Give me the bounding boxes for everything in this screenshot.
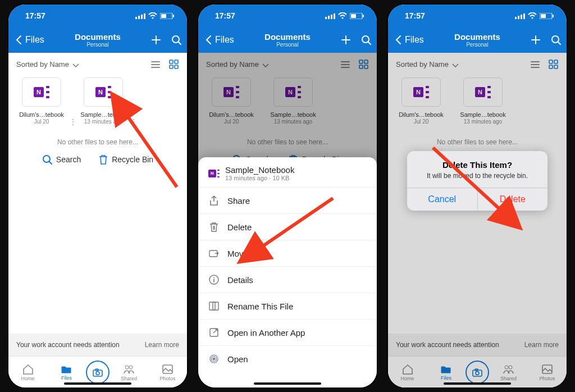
status-icons	[135, 12, 175, 19]
list-view-button[interactable]	[150, 59, 161, 70]
alert-message: It will be moved to the recycle bin.	[415, 172, 540, 180]
tab-camera[interactable]	[86, 361, 109, 384]
share-icon	[208, 195, 220, 206]
recycle-action[interactable]: Recycle Bin	[98, 154, 153, 165]
delete-alert: Delete This Item? It will be moved to th…	[407, 151, 547, 211]
delete-button[interactable]: Delete	[478, 188, 548, 211]
file-more-button[interactable]: ⋮	[69, 117, 77, 126]
sheet-open-other[interactable]: Open in Another App	[198, 319, 377, 345]
file-item[interactable]: N Dilum's…tebook Jul 20	[16, 78, 67, 125]
back-button[interactable]: Files	[14, 34, 44, 45]
search-button[interactable]	[551, 35, 561, 45]
trash-icon	[98, 154, 108, 165]
file-item[interactable]: N Sample…tebook 13 minutes ago	[78, 78, 129, 125]
action-sheet: N Sample_Notebook 13 minutes ago · 10 KB…	[198, 157, 377, 388]
onenote-icon: N	[95, 84, 111, 100]
status-bar: 17:57	[8, 4, 187, 27]
onenote-icon: N	[34, 84, 49, 100]
move-icon	[208, 248, 220, 259]
search-button[interactable]	[361, 35, 371, 45]
screen-1-files-grid: 17:57 Files Documents Personal Sorted by…	[8, 4, 187, 388]
sort-button[interactable]: Sorted by Name	[396, 60, 459, 69]
tab-photos[interactable]: Photos	[528, 363, 567, 381]
screen-3-delete-alert: 17:57 Files DocumentsPersonal Sorted by …	[388, 4, 567, 388]
sheet-delete[interactable]: Delete	[198, 213, 377, 240]
list-view-button[interactable]	[530, 59, 540, 70]
sheet-rename[interactable]: Rename This File	[198, 293, 377, 319]
tab-shared[interactable]: Shared	[489, 363, 528, 381]
sheet-header: N Sample_Notebook 13 minutes ago · 10 KB	[198, 157, 377, 187]
tab-home[interactable]: Home	[388, 363, 427, 381]
sheet-share[interactable]: Share	[198, 187, 377, 213]
open-external-icon	[208, 327, 220, 338]
empty-message: No other files to see here...	[16, 138, 179, 146]
back-button[interactable]: Files	[204, 34, 234, 45]
add-button[interactable]	[531, 35, 541, 45]
list-view-button[interactable]	[340, 59, 350, 70]
sort-button[interactable]: Sorted by Name	[206, 60, 269, 69]
tab-camera[interactable]	[466, 361, 489, 384]
sheet-open[interactable]: Open	[198, 345, 377, 372]
back-label: Files	[25, 35, 44, 45]
battery-icon	[160, 13, 175, 19]
chevron-down-icon	[71, 61, 79, 67]
screen-2-action-sheet: 17:57 Files DocumentsPersonal Sorted by …	[198, 4, 377, 388]
sort-row: Sorted by Name	[8, 53, 187, 75]
alert-title: Delete This Item?	[415, 160, 540, 170]
search-action[interactable]: Search	[42, 154, 81, 165]
learn-more-link[interactable]: Learn more	[524, 341, 559, 349]
search-icon	[42, 154, 52, 165]
grid-view-button[interactable]	[358, 59, 369, 70]
sheet-move[interactable]: Move	[198, 240, 377, 266]
tab-files[interactable]: Files	[427, 364, 466, 381]
wifi-icon	[148, 12, 157, 19]
back-button[interactable]: Files	[394, 34, 424, 45]
add-button[interactable]	[151, 35, 161, 45]
file-grid: N Dilum's…tebook Jul 20 N Sample…tebook …	[8, 75, 187, 334]
nav-bar: Files Documents Personal	[8, 27, 187, 53]
home-indicator	[64, 382, 131, 385]
add-button[interactable]	[341, 35, 351, 45]
cancel-button[interactable]: Cancel	[407, 188, 478, 211]
info-icon	[208, 274, 220, 285]
tab-photos[interactable]: Photos	[148, 363, 187, 381]
learn-more-link[interactable]: Learn more	[145, 341, 179, 349]
tab-files[interactable]: Files	[47, 364, 86, 381]
chevron-left-icon	[14, 34, 24, 45]
open-icon	[208, 353, 220, 364]
file-more-button[interactable]: ⋮	[130, 117, 138, 126]
tab-home[interactable]: Home	[8, 363, 47, 381]
grid-view-button[interactable]	[548, 59, 559, 70]
trash-icon	[208, 221, 220, 233]
sheet-details[interactable]: Details	[198, 266, 377, 293]
home-indicator	[254, 382, 321, 385]
nav-title: Documents Personal	[44, 32, 151, 48]
status-time: 17:57	[25, 11, 45, 20]
home-indicator	[444, 382, 511, 385]
onenote-icon: N	[208, 168, 220, 179]
tab-shared[interactable]: Shared	[109, 363, 148, 381]
signal-icon	[135, 13, 145, 19]
grid-view-button[interactable]	[168, 59, 179, 70]
sort-button[interactable]: Sorted by Name	[16, 60, 79, 69]
search-button[interactable]	[171, 35, 181, 45]
attention-banner: Your work account needs attention Learn …	[8, 334, 187, 356]
rename-icon	[208, 300, 220, 312]
